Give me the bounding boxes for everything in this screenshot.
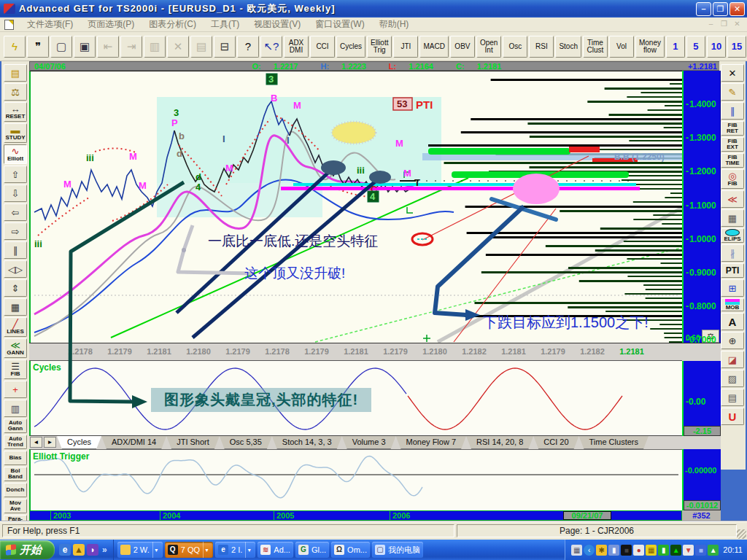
tab-money-flow-7[interactable]: Money Flow 7 bbox=[396, 436, 466, 449]
menu-item-0[interactable]: 文件选项(F) bbox=[20, 17, 80, 32]
tab-stoch-14-3-3[interactable]: Stoch 14, 3, 3 bbox=[272, 436, 342, 449]
tray-star-icon[interactable]: ✱ bbox=[596, 545, 607, 556]
task-split-arrow[interactable]: ▾ bbox=[203, 542, 210, 558]
elliott-trig-button[interactable]: ElliottTrig bbox=[367, 36, 392, 58]
tray-grid-icon[interactable]: ▦ bbox=[646, 545, 657, 556]
task-gl[interactable]: GGl... bbox=[295, 542, 329, 558]
open-layout-button[interactable]: ▤ bbox=[4, 64, 27, 82]
stoch-button[interactable]: Stoch bbox=[555, 36, 581, 58]
open-int-button[interactable]: OpenInt bbox=[476, 36, 501, 58]
crosshair-button[interactable]: + bbox=[4, 381, 27, 398]
quote-window-button[interactable]: ❞ bbox=[27, 36, 49, 58]
rsi-button[interactable]: RSI bbox=[529, 36, 554, 58]
fib-circle-button[interactable]: ◎FIB bbox=[721, 169, 744, 189]
tab-time-clusters[interactable]: Time Clusters bbox=[579, 436, 649, 449]
fib-ext-button[interactable]: FIB EXT bbox=[721, 137, 744, 152]
text-tool-button[interactable]: A bbox=[721, 313, 744, 330]
tabs-scroll-right-button[interactable]: ► bbox=[44, 437, 56, 448]
tab-cci-20[interactable]: CCI 20 bbox=[533, 436, 578, 449]
help-button[interactable]: ? bbox=[237, 36, 259, 58]
timeframe-15-button[interactable]: 15 bbox=[727, 36, 746, 58]
task-qq[interactable]: Q7 QQ▾ bbox=[165, 542, 213, 558]
fib-tool-button[interactable]: ☰FIB bbox=[4, 359, 27, 379]
tab-jti-short[interactable]: JTI Short bbox=[166, 436, 220, 449]
fib-ret-button[interactable]: FIB RET bbox=[721, 121, 744, 136]
menu-item-6[interactable]: 帮助(H) bbox=[372, 17, 417, 32]
gann-tool-button[interactable]: ≪GANN bbox=[4, 338, 27, 358]
money-flow-button[interactable]: Moneyflow bbox=[635, 36, 665, 58]
tab-volume-3[interactable]: Volume 3 bbox=[342, 436, 396, 449]
timeframe-5-button[interactable]: 5 bbox=[686, 36, 705, 58]
tray-gauge-icon[interactable]: ● bbox=[633, 545, 644, 556]
compress-vertical-button[interactable]: ⇕ bbox=[4, 279, 27, 297]
adx-dmi-button[interactable]: ADXDMI bbox=[284, 36, 309, 58]
time-clust-button[interactable]: TimeClust bbox=[583, 36, 608, 58]
scroll-down-button[interactable]: ⇩ bbox=[4, 184, 27, 202]
tab-rsi-14-20-8[interactable]: RSI 14, 20, 8 bbox=[466, 436, 533, 449]
launch-ie-icon[interactable]: e bbox=[59, 544, 71, 556]
menu-item-5[interactable]: 窗口设置(W) bbox=[308, 17, 371, 32]
osc-button[interactable]: Osc bbox=[503, 36, 527, 58]
new-page-button[interactable]: ▢ bbox=[50, 36, 72, 58]
save-page-button[interactable]: ▣ bbox=[74, 36, 96, 58]
cci-button[interactable]: CCI bbox=[310, 36, 335, 58]
task-split-arrow[interactable]: ▾ bbox=[245, 542, 252, 558]
grid-toggle-button[interactable]: ▦ bbox=[4, 298, 27, 316]
task-my-computer[interactable]: ▢我的电脑 bbox=[372, 542, 423, 558]
timeframe-10-button[interactable]: 10 bbox=[707, 36, 726, 58]
launch-desktop-icon[interactable]: ▲ bbox=[73, 544, 85, 556]
zoom-in-button[interactable]: ⊕ bbox=[721, 332, 744, 349]
task-explorer-window[interactable]: 2 W.▾ bbox=[117, 542, 163, 558]
bol-band-button[interactable]: Bol Band bbox=[4, 467, 27, 481]
task-ie-window[interactable]: e2 I.▾ bbox=[215, 542, 255, 558]
bar-spacing-button[interactable]: ∥ bbox=[4, 241, 27, 259]
eraser-tool-button[interactable]: ◪ bbox=[721, 351, 744, 368]
lines-tool-button[interactable]: ╱LINES bbox=[4, 317, 27, 337]
notes-button[interactable]: ▤ bbox=[721, 389, 744, 406]
start-button[interactable]: 开始 bbox=[0, 540, 55, 559]
menu-item-4[interactable]: 视图设置(V) bbox=[247, 17, 308, 32]
close-button[interactable]: ✕ bbox=[729, 2, 745, 16]
auto-trend-button[interactable]: Auto Trend bbox=[4, 435, 27, 449]
parallel-lines-button[interactable]: ∥ bbox=[721, 102, 744, 120]
scroll-left-button[interactable]: ⇦ bbox=[4, 203, 27, 221]
tray-collapse-icon[interactable]: ‹ bbox=[584, 545, 595, 556]
pti-tool-button[interactable]: PTI bbox=[721, 263, 744, 278]
minimize-button[interactable]: – bbox=[696, 2, 711, 16]
balance-scales-button[interactable]: ⚖ bbox=[4, 83, 27, 101]
macd-button[interactable]: MACD bbox=[419, 36, 448, 58]
pencil-tool-button[interactable]: ✎ bbox=[721, 83, 744, 101]
quick-launch-overflow-icon[interactable]: » bbox=[101, 545, 109, 555]
tab-osc-5-35[interactable]: Osc 5,35 bbox=[220, 436, 272, 449]
donch-button[interactable]: Donch bbox=[4, 483, 27, 497]
tab-adx-dmi-14[interactable]: ADX/DMI 14 bbox=[101, 436, 166, 449]
tray-shield-icon[interactable]: ▼ bbox=[683, 545, 694, 556]
tab-cycles[interactable]: Cycles bbox=[57, 436, 101, 449]
cycles-button[interactable]: Cycles bbox=[336, 36, 365, 58]
cycles-pane[interactable]: Cycles 图形象头戴皇冠,头部的特征! bbox=[29, 361, 682, 436]
elliott-trigger-pane[interactable]: Elliott Trigger bbox=[29, 449, 682, 510]
ellipse-tool-button[interactable]: ELiPS bbox=[721, 228, 744, 243]
obv-button[interactable]: OBV bbox=[450, 36, 475, 58]
launch-media-icon[interactable]: ◗ bbox=[87, 544, 98, 556]
tabs-scroll-left-button[interactable]: ◄ bbox=[30, 437, 42, 448]
mob-tool-button[interactable]: MOB bbox=[721, 298, 744, 311]
tray-blue-icon[interactable]: ■ bbox=[695, 545, 706, 556]
tray-green-icon[interactable]: ▮ bbox=[658, 545, 669, 556]
compress-horizontal-button[interactable]: ◁▷ bbox=[4, 260, 27, 278]
bias-button[interactable]: Bias bbox=[4, 451, 27, 465]
menu-item-1[interactable]: 页面选项(P) bbox=[80, 17, 142, 32]
fib-time-button[interactable]: FIB TIME bbox=[721, 153, 744, 168]
elliott-button[interactable]: ∿Elliott bbox=[4, 144, 27, 164]
page-setup-button[interactable]: ▥ bbox=[4, 400, 27, 417]
maximize-button[interactable]: ❐ bbox=[713, 2, 728, 16]
print-button[interactable]: ⊟ bbox=[214, 36, 236, 58]
tray-chart-icon[interactable]: ▮ bbox=[608, 545, 619, 556]
price-chart[interactable]: 53 PTI B.B (1.2250) 一底比一底低.还是空头特征 这个顶又没升… bbox=[29, 71, 682, 343]
scroll-right-button[interactable]: ⇨ bbox=[4, 222, 27, 240]
grid-tool-button[interactable]: ▦ bbox=[721, 209, 744, 227]
task-omega[interactable]: ΩOm... bbox=[331, 542, 370, 558]
tray-black-icon[interactable]: ■ bbox=[621, 545, 632, 556]
menu-item-3[interactable]: 工具(T) bbox=[204, 17, 247, 32]
scroll-up-button[interactable]: ⇧ bbox=[4, 166, 27, 183]
